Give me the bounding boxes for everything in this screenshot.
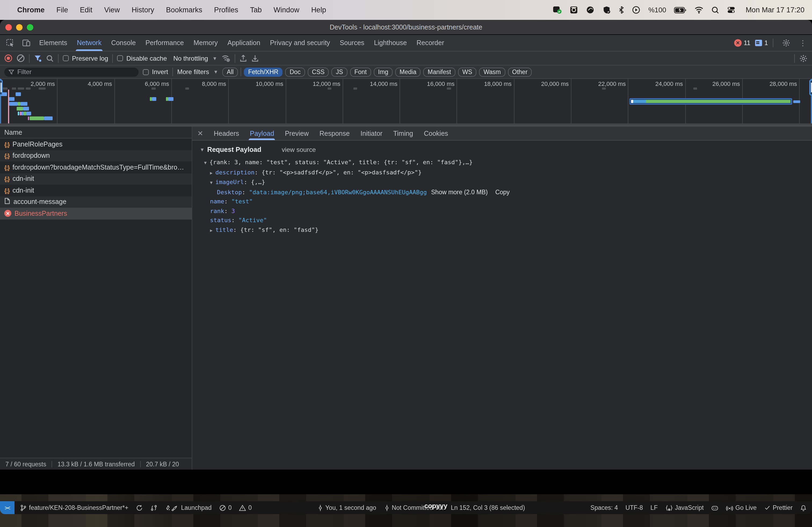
collapse-arrow-icon[interactable]: ▶ bbox=[210, 226, 215, 235]
detail-tab-preview[interactable]: Preview bbox=[279, 127, 314, 140]
tab-lighthouse[interactable]: Lighthouse bbox=[369, 35, 412, 51]
remote-indicator[interactable]: >< bbox=[0, 501, 14, 514]
expand-arrow-icon[interactable]: ▼ bbox=[210, 178, 215, 187]
view-source-link[interactable]: view source bbox=[282, 146, 316, 153]
overview-right-handle[interactable] bbox=[809, 79, 812, 95]
collapse-arrow-icon[interactable]: ▶ bbox=[210, 168, 215, 178]
expand-arrow-icon[interactable]: ▼ bbox=[204, 158, 209, 168]
detail-tab-initiator[interactable]: Initiator bbox=[355, 127, 388, 140]
payload-property-row[interactable]: status: "Active" bbox=[192, 216, 812, 225]
detail-tab-headers[interactable]: Headers bbox=[208, 127, 245, 140]
throttling-select[interactable]: No throttling▼ bbox=[173, 55, 217, 62]
control-center-icon[interactable] bbox=[727, 6, 736, 13]
more-options-icon[interactable]: ⋮ bbox=[799, 39, 807, 47]
network-conditions-icon[interactable] bbox=[221, 54, 231, 62]
menu-item-tab[interactable]: Tab bbox=[250, 6, 262, 14]
menu-item-history[interactable]: History bbox=[132, 6, 154, 14]
payload-property-row[interactable]: ▼imageUrl: {,…} bbox=[192, 178, 812, 187]
menu-item-window[interactable]: Window bbox=[274, 6, 300, 14]
filter-chip-doc[interactable]: Doc bbox=[286, 67, 305, 76]
status-item-go-live[interactable]: Go Live bbox=[726, 504, 757, 511]
device-toolbar-icon[interactable] bbox=[18, 35, 34, 51]
status-item-launchpad[interactable]: Launchpad bbox=[165, 504, 212, 511]
status-item-you-1-second-ago[interactable]: You, 1 second ago bbox=[317, 504, 376, 511]
wifi-icon[interactable] bbox=[695, 6, 704, 13]
console-error-badge[interactable]: ✕ 11 bbox=[734, 39, 751, 47]
status-item-0[interactable]: 0 bbox=[239, 504, 252, 511]
shield-check-icon[interactable] bbox=[603, 6, 611, 14]
selected-request-bar[interactable] bbox=[629, 98, 792, 105]
request-row[interactable]: {;}cdn-init bbox=[0, 185, 192, 196]
filter-input-box[interactable] bbox=[4, 67, 139, 76]
menu-item-chrome[interactable]: Chrome bbox=[17, 6, 45, 14]
filter-chip-ws[interactable]: WS bbox=[458, 67, 477, 76]
filter-input[interactable] bbox=[17, 68, 134, 76]
issues-badge[interactable]: 1 bbox=[755, 39, 768, 47]
network-search-icon[interactable] bbox=[46, 55, 54, 62]
request-list-header[interactable]: Name bbox=[0, 127, 192, 138]
tab-application[interactable]: Application bbox=[222, 35, 265, 51]
preserve-log-checkbox[interactable]: Preserve log bbox=[63, 55, 108, 62]
tab-performance[interactable]: Performance bbox=[141, 35, 189, 51]
request-row[interactable]: {;}fordropdown bbox=[0, 150, 192, 162]
status-item-feature-ken-208-businesspartner-[interactable]: feature/KEN-208-BusinessPartner*+ bbox=[20, 504, 128, 511]
filter-chip-css[interactable]: CSS bbox=[308, 67, 329, 76]
payload-property-row[interactable]: rank: 3 bbox=[192, 206, 812, 216]
menubar-clock[interactable]: Mon Mar 17 17:20 bbox=[746, 6, 804, 14]
minimize-window-button[interactable] bbox=[16, 24, 23, 30]
request-row[interactable]: {;}PanelRolePages bbox=[0, 138, 192, 150]
copy-button[interactable]: Copy bbox=[495, 187, 510, 197]
menu-item-view[interactable]: View bbox=[104, 6, 120, 14]
payload-property-row[interactable]: name: "test" bbox=[192, 197, 812, 206]
status-item-compare[interactable] bbox=[150, 504, 157, 511]
spotlight-search-icon[interactable] bbox=[712, 6, 719, 14]
status-item-sync[interactable] bbox=[136, 504, 143, 511]
status-item-javascript[interactable]: JavaScript bbox=[665, 504, 704, 511]
tab-elements[interactable]: Elements bbox=[34, 35, 72, 51]
settings-gear-icon[interactable] bbox=[778, 39, 794, 47]
export-har-icon[interactable] bbox=[240, 54, 247, 62]
menu-item-bookmarks[interactable]: Bookmarks bbox=[166, 6, 202, 14]
payload-root-row[interactable]: ▼{rank: 3, name: "test", status: "Active… bbox=[192, 158, 812, 168]
menu-item-help[interactable]: Help bbox=[311, 6, 326, 14]
status-item-spaces-4[interactable]: Spaces: 4 bbox=[591, 505, 618, 511]
status-item-copilot[interactable] bbox=[711, 504, 719, 511]
network-settings-gear-icon[interactable] bbox=[799, 54, 808, 62]
meeting-app-icon[interactable] bbox=[553, 6, 562, 14]
overview-left-handle[interactable] bbox=[0, 79, 3, 95]
tab-sources[interactable]: Sources bbox=[335, 35, 369, 51]
tab-console[interactable]: Console bbox=[106, 35, 141, 51]
payload-property-row[interactable]: ▶title: {tr: "sf", en: "fasd"} bbox=[192, 225, 812, 235]
window-titlebar[interactable]: DevTools - localhost:3000/business-partn… bbox=[0, 20, 812, 35]
filter-toggle-icon[interactable] bbox=[34, 55, 42, 62]
bluetooth-icon[interactable] bbox=[619, 6, 624, 14]
record-network-button[interactable] bbox=[4, 54, 12, 62]
overview-scroll-strip[interactable] bbox=[0, 124, 812, 127]
network-overview-timeline[interactable]: 2,000 ms4,000 ms6,000 ms8,000 ms10,000 m… bbox=[0, 79, 812, 124]
close-window-button[interactable] bbox=[5, 24, 12, 30]
menu-item-edit[interactable]: Edit bbox=[80, 6, 93, 14]
more-filters-dropdown[interactable]: More filters▼ bbox=[177, 68, 218, 76]
status-item-0[interactable]: 0 bbox=[219, 504, 232, 511]
tab-memory[interactable]: Memory bbox=[189, 35, 222, 51]
tab-privacy-and-security[interactable]: Privacy and security bbox=[265, 35, 335, 51]
detail-tab-timing[interactable]: Timing bbox=[388, 127, 418, 140]
filter-chip-font[interactable]: Font bbox=[350, 67, 371, 76]
filter-chip-js[interactable]: JS bbox=[332, 67, 347, 76]
status-item-lf[interactable]: LF bbox=[650, 505, 657, 511]
filter-chip-media[interactable]: Media bbox=[395, 67, 421, 76]
status-item-bell[interactable] bbox=[800, 504, 807, 511]
filter-chip-img[interactable]: Img bbox=[374, 67, 393, 76]
filter-chip-all[interactable]: All bbox=[222, 67, 238, 76]
status-item-utf-8[interactable]: UTF-8 bbox=[625, 505, 643, 511]
play-circle-icon[interactable] bbox=[632, 6, 640, 14]
detail-tab-cookies[interactable]: Cookies bbox=[419, 127, 453, 140]
request-row[interactable]: ✕BusinessPartners bbox=[0, 208, 192, 219]
detail-tab-response[interactable]: Response bbox=[314, 127, 355, 140]
filter-chip-other[interactable]: Other bbox=[508, 67, 532, 76]
status-item-prettier[interactable]: Prettier bbox=[764, 505, 793, 511]
close-detail-icon[interactable]: ✕ bbox=[192, 127, 208, 140]
request-row[interactable]: {;}cdn-init bbox=[0, 173, 192, 185]
menu-item-profiles[interactable]: Profiles bbox=[214, 6, 238, 14]
clear-network-button[interactable] bbox=[17, 54, 25, 62]
